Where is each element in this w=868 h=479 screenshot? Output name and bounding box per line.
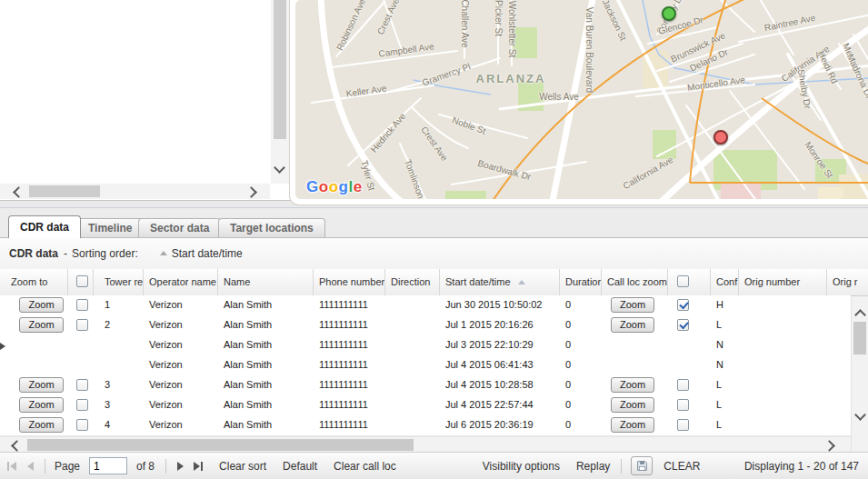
tab-cdr-data[interactable]: CDR data <box>8 215 81 238</box>
start-date-cell: Jul 1 2015 20:16:26 <box>440 315 560 335</box>
call-loc-zoom-button[interactable]: Zoom <box>611 417 654 433</box>
col-phone-number[interactable]: Phone number <box>314 269 385 295</box>
sort-bar-value[interactable]: Start date/time <box>172 247 243 260</box>
floppy-disk-icon <box>636 460 648 472</box>
scroll-left-icon[interactable] <box>11 440 23 452</box>
scroll-down-icon[interactable] <box>854 409 866 421</box>
call-loc-zoom-button[interactable]: Zoom <box>611 317 654 333</box>
call-loc-checkbox[interactable] <box>677 419 689 431</box>
direction-cell <box>385 395 440 415</box>
default-button[interactable]: Default <box>283 460 317 473</box>
zoom-to-button[interactable]: Zoom <box>19 317 64 333</box>
scroll-right-icon[interactable] <box>245 186 257 198</box>
call-loc-zoom-button[interactable]: Zoom <box>611 297 654 313</box>
zoom-to-button[interactable]: Zoom <box>19 297 64 313</box>
call-loc-checkbox[interactable] <box>677 399 689 411</box>
duration-cell: 0 <box>560 295 602 315</box>
col-direction[interactable]: Direction <box>385 269 440 295</box>
duration-cell: 0 <box>560 395 602 415</box>
call-loc-zoom-button[interactable]: Zoom <box>611 377 654 393</box>
row-select-checkbox[interactable] <box>76 319 88 331</box>
tab-target-locations[interactable]: Target locations <box>218 218 325 238</box>
clear-sort-button[interactable]: Clear sort <box>219 460 266 473</box>
next-page-button[interactable] <box>177 462 184 471</box>
col-conf[interactable]: Conf <box>711 269 739 295</box>
page-count-label: of 8 <box>136 460 155 473</box>
col-tower-ref[interactable]: Tower ref <box>94 269 144 295</box>
map[interactable]: Robinson Ave Crest Ave Campbell Ave Chal… <box>295 0 868 199</box>
col-zoom-to[interactable]: Zoom to <box>0 269 68 295</box>
duration-cell: 0 <box>560 415 602 435</box>
last-page-button[interactable] <box>194 462 203 471</box>
sort-bar-title: CDR data <box>9 247 58 260</box>
green-marker[interactable] <box>662 6 676 21</box>
zoom-to-button[interactable]: Zoom <box>19 377 64 393</box>
tower-ref-cell <box>94 355 144 375</box>
col-duration[interactable]: Duration <box>560 269 602 295</box>
name-cell: Alan Smith <box>218 395 314 415</box>
table-row[interactable]: Zoom 2 Verizon Alan Smith 1111111111 Jul… <box>0 315 851 336</box>
direction-cell <box>385 415 440 435</box>
table-row[interactable]: Verizon Alan Smith 1111111111 Jul 3 2015… <box>0 335 851 356</box>
zoom-to-button[interactable]: Zoom <box>19 417 64 433</box>
red-marker[interactable] <box>713 130 728 145</box>
direction-cell <box>385 375 440 395</box>
direction-cell <box>385 335 440 355</box>
table-row[interactable]: Verizon Alan Smith 1111111111 Jul 4 2015… <box>0 355 851 376</box>
tab-timeline[interactable]: Timeline <box>76 218 144 238</box>
page-label: Page <box>55 460 80 473</box>
logo-letter: e <box>354 178 363 195</box>
scroll-down-icon[interactable] <box>274 162 285 174</box>
left-panel-vertical-scrollbar[interactable] <box>271 0 289 184</box>
first-page-button[interactable] <box>7 462 16 471</box>
col-start-date-time[interactable]: Start date/time <box>440 269 560 295</box>
save-button[interactable] <box>631 456 653 475</box>
name-cell: Alan Smith <box>218 415 314 435</box>
call-loc-checkbox[interactable] <box>677 379 689 391</box>
col-orig-r[interactable]: Orig r <box>827 269 868 295</box>
call-loc-checkbox[interactable] <box>677 299 689 311</box>
row-select-checkbox[interactable] <box>76 419 88 431</box>
scroll-right-icon[interactable] <box>823 440 835 452</box>
call-loc-checkbox[interactable] <box>677 319 689 331</box>
scrollbar-thumb[interactable] <box>853 322 866 354</box>
row-select-checkbox[interactable] <box>76 299 88 311</box>
table-row[interactable]: Zoom 3 Verizon Alan Smith 1111111111 Jul… <box>0 395 851 416</box>
direction-cell <box>385 295 440 315</box>
scrollbar-thumb[interactable] <box>27 439 414 451</box>
page-number-input[interactable] <box>89 457 127 474</box>
select-all-checkbox[interactable] <box>76 275 88 287</box>
tab-sector-data[interactable]: Sector data <box>138 218 221 238</box>
scrollbar-thumb[interactable] <box>29 185 100 197</box>
table-row[interactable]: Zoom 1 Verizon Alan Smith 1111111111 Jun… <box>0 295 851 316</box>
table-row[interactable]: Zoom 3 Verizon Alan Smith 1111111111 Jul… <box>0 375 851 396</box>
col-operator-name[interactable]: Operator name <box>144 269 218 295</box>
clear-call-loc-button[interactable]: Clear call loc <box>334 460 396 473</box>
table-row[interactable]: Zoom 4 Verizon Alan Smith 1111111111 Jul… <box>0 415 851 436</box>
street-label: Wohlstetter St <box>507 1 517 58</box>
call-loc-select-all-checkbox[interactable] <box>677 275 689 287</box>
col-call-loc-zoom[interactable]: Call loc zoom <box>602 269 668 295</box>
street-label: Van Buren Boulevard <box>584 7 594 93</box>
previous-page-button[interactable] <box>27 462 34 471</box>
call-loc-zoom-button[interactable]: Zoom <box>611 397 654 413</box>
row-select-checkbox[interactable] <box>76 399 88 411</box>
region-label: ARLANZA <box>476 72 546 85</box>
zoom-to-button[interactable]: Zoom <box>19 397 64 413</box>
replay-button[interactable]: Replay <box>576 460 610 473</box>
col-name[interactable]: Name <box>218 269 314 295</box>
visibility-options-button[interactable]: Visibility options <box>483 460 560 473</box>
clear-button[interactable]: CLEAR <box>663 460 700 473</box>
conf-cell: H <box>711 295 739 315</box>
scroll-left-icon[interactable] <box>13 186 25 198</box>
table-horizontal-scrollbar[interactable] <box>0 436 851 453</box>
row-select-checkbox[interactable] <box>76 379 88 391</box>
scroll-up-icon[interactable] <box>854 309 866 321</box>
table-vertical-scrollbar[interactable] <box>851 296 868 452</box>
col-orig-number[interactable]: Orig number <box>739 269 827 295</box>
start-date-cell: Jul 4 2015 22:57:44 <box>440 395 560 415</box>
scrollbar-thumb[interactable] <box>274 0 286 139</box>
conf-cell: L <box>711 315 739 335</box>
left-panel-horizontal-scrollbar[interactable] <box>0 184 270 199</box>
column-sort-ascending-icon <box>518 280 525 284</box>
